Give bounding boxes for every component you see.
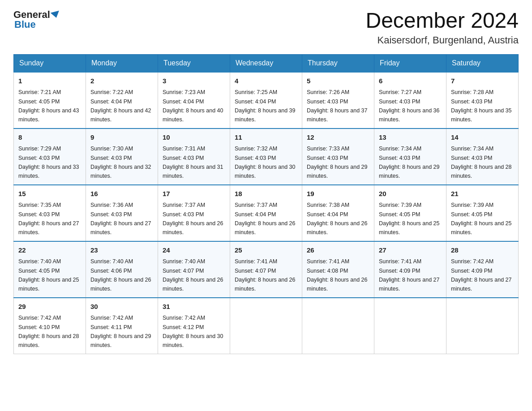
- day-info: Sunrise: 7:37 AMSunset: 4:04 PMDaylight:…: [235, 202, 296, 235]
- day-number: 14: [451, 133, 514, 143]
- calendar-cell: 4 Sunrise: 7:25 AMSunset: 4:04 PMDayligh…: [230, 72, 302, 128]
- day-number: 22: [18, 245, 81, 256]
- week-row-2: 8 Sunrise: 7:29 AMSunset: 4:03 PMDayligh…: [14, 128, 519, 185]
- week-row-4: 22 Sunrise: 7:40 AMSunset: 4:05 PMDaylig…: [14, 241, 519, 298]
- day-number: 19: [307, 189, 369, 199]
- day-number: 23: [90, 245, 153, 256]
- day-info: Sunrise: 7:22 AMSunset: 4:04 PMDaylight:…: [90, 89, 151, 123]
- calendar-cell: 5 Sunrise: 7:26 AMSunset: 4:03 PMDayligh…: [302, 72, 374, 128]
- calendar-cell: 13 Sunrise: 7:34 AMSunset: 4:03 PMDaylig…: [374, 128, 446, 185]
- calendar-cell: 26 Sunrise: 7:41 AMSunset: 4:08 PMDaylig…: [302, 241, 374, 298]
- week-row-3: 15 Sunrise: 7:35 AMSunset: 4:03 PMDaylig…: [14, 185, 519, 241]
- calendar-cell: 6 Sunrise: 7:27 AMSunset: 4:03 PMDayligh…: [374, 72, 446, 128]
- week-row-5: 29 Sunrise: 7:42 AMSunset: 4:10 PMDaylig…: [14, 298, 519, 354]
- day-info: Sunrise: 7:40 AMSunset: 4:06 PMDaylight:…: [90, 258, 151, 292]
- day-info: Sunrise: 7:40 AMSunset: 4:05 PMDaylight:…: [18, 258, 79, 292]
- day-number: 24: [163, 245, 225, 256]
- day-number: 25: [235, 245, 297, 256]
- week-row-1: 1 Sunrise: 7:21 AMSunset: 4:05 PMDayligh…: [14, 72, 519, 128]
- col-header-saturday: Saturday: [446, 54, 519, 72]
- day-info: Sunrise: 7:35 AMSunset: 4:03 PMDaylight:…: [18, 202, 79, 235]
- day-number: 20: [379, 189, 442, 199]
- calendar-cell: 19 Sunrise: 7:38 AMSunset: 4:04 PMDaylig…: [302, 185, 374, 241]
- month-title: December 2024: [365, 9, 519, 33]
- calendar-table: SundayMondayTuesdayWednesdayThursdayFrid…: [13, 54, 519, 354]
- day-info: Sunrise: 7:42 AMSunset: 4:11 PMDaylight:…: [90, 315, 151, 348]
- logo-blue-text: Blue: [13, 19, 36, 30]
- title-area: December 2024 Kaisersdorf, Burgenland, A…: [365, 9, 519, 46]
- day-number: 1: [18, 76, 81, 86]
- col-header-thursday: Thursday: [302, 54, 374, 72]
- day-info: Sunrise: 7:30 AMSunset: 4:03 PMDaylight:…: [90, 146, 151, 179]
- calendar-cell: 30 Sunrise: 7:42 AMSunset: 4:11 PMDaylig…: [86, 298, 158, 354]
- day-info: Sunrise: 7:40 AMSunset: 4:07 PMDaylight:…: [163, 258, 223, 292]
- day-number: 3: [163, 76, 225, 86]
- day-info: Sunrise: 7:41 AMSunset: 4:07 PMDaylight:…: [235, 258, 296, 292]
- day-number: 11: [235, 133, 297, 143]
- calendar-cell: 2 Sunrise: 7:22 AMSunset: 4:04 PMDayligh…: [86, 72, 158, 128]
- day-number: 29: [18, 302, 81, 312]
- day-info: Sunrise: 7:42 AMSunset: 4:10 PMDaylight:…: [18, 315, 79, 348]
- day-number: 4: [235, 76, 297, 86]
- calendar-cell: 22 Sunrise: 7:40 AMSunset: 4:05 PMDaylig…: [14, 241, 86, 298]
- day-info: Sunrise: 7:26 AMSunset: 4:03 PMDaylight:…: [307, 89, 368, 123]
- day-info: Sunrise: 7:39 AMSunset: 4:05 PMDaylight:…: [451, 202, 512, 235]
- day-number: 13: [379, 133, 442, 143]
- col-header-tuesday: Tuesday: [158, 54, 230, 72]
- col-header-sunday: Sunday: [14, 54, 86, 72]
- day-info: Sunrise: 7:41 AMSunset: 4:09 PMDaylight:…: [379, 258, 440, 292]
- calendar-cell: 7 Sunrise: 7:28 AMSunset: 4:03 PMDayligh…: [446, 72, 519, 128]
- day-info: Sunrise: 7:29 AMSunset: 4:03 PMDaylight:…: [18, 146, 79, 179]
- day-info: Sunrise: 7:36 AMSunset: 4:03 PMDaylight:…: [90, 202, 151, 235]
- day-number: 9: [90, 133, 153, 143]
- calendar-cell: [230, 298, 302, 354]
- day-number: 31: [163, 302, 225, 312]
- page-header: General Blue December 2024 Kaisersdorf, …: [13, 9, 519, 46]
- day-number: 8: [18, 133, 81, 143]
- calendar-cell: 3 Sunrise: 7:23 AMSunset: 4:04 PMDayligh…: [158, 72, 230, 128]
- calendar-cell: [446, 298, 519, 354]
- day-number: 2: [90, 76, 153, 86]
- day-number: 5: [307, 76, 369, 86]
- calendar-cell: [302, 298, 374, 354]
- day-number: 26: [307, 245, 369, 256]
- day-number: 7: [451, 76, 514, 86]
- day-info: Sunrise: 7:33 AMSunset: 4:03 PMDaylight:…: [307, 146, 368, 179]
- calendar-cell: 20 Sunrise: 7:39 AMSunset: 4:05 PMDaylig…: [374, 185, 446, 241]
- day-info: Sunrise: 7:34 AMSunset: 4:03 PMDaylight:…: [451, 146, 512, 179]
- day-info: Sunrise: 7:21 AMSunset: 4:05 PMDaylight:…: [18, 89, 79, 123]
- calendar-cell: 8 Sunrise: 7:29 AMSunset: 4:03 PMDayligh…: [14, 128, 86, 185]
- calendar-cell: 27 Sunrise: 7:41 AMSunset: 4:09 PMDaylig…: [374, 241, 446, 298]
- logo: General Blue: [13, 9, 61, 30]
- day-info: Sunrise: 7:37 AMSunset: 4:03 PMDaylight:…: [163, 202, 223, 235]
- day-number: 17: [163, 189, 225, 199]
- calendar-cell: 11 Sunrise: 7:32 AMSunset: 4:03 PMDaylig…: [230, 128, 302, 185]
- col-header-monday: Monday: [86, 54, 158, 72]
- calendar-cell: 25 Sunrise: 7:41 AMSunset: 4:07 PMDaylig…: [230, 241, 302, 298]
- logo-triangle-icon: [50, 11, 60, 19]
- day-info: Sunrise: 7:34 AMSunset: 4:03 PMDaylight:…: [379, 146, 440, 179]
- calendar-cell: 1 Sunrise: 7:21 AMSunset: 4:05 PMDayligh…: [14, 72, 86, 128]
- calendar-cell: 21 Sunrise: 7:39 AMSunset: 4:05 PMDaylig…: [446, 185, 519, 241]
- day-number: 16: [90, 189, 153, 199]
- day-number: 30: [90, 302, 153, 312]
- day-info: Sunrise: 7:42 AMSunset: 4:12 PMDaylight:…: [163, 315, 223, 348]
- day-info: Sunrise: 7:32 AMSunset: 4:03 PMDaylight:…: [235, 146, 296, 179]
- calendar-cell: 28 Sunrise: 7:42 AMSunset: 4:09 PMDaylig…: [446, 241, 519, 298]
- day-info: Sunrise: 7:31 AMSunset: 4:03 PMDaylight:…: [163, 146, 223, 179]
- location-subtitle: Kaisersdorf, Burgenland, Austria: [365, 34, 519, 46]
- day-number: 27: [379, 245, 442, 256]
- calendar-cell: 29 Sunrise: 7:42 AMSunset: 4:10 PMDaylig…: [14, 298, 86, 354]
- day-info: Sunrise: 7:38 AMSunset: 4:04 PMDaylight:…: [307, 202, 368, 235]
- day-number: 12: [307, 133, 369, 143]
- day-number: 28: [451, 245, 514, 256]
- calendar-cell: 14 Sunrise: 7:34 AMSunset: 4:03 PMDaylig…: [446, 128, 519, 185]
- calendar-cell: 15 Sunrise: 7:35 AMSunset: 4:03 PMDaylig…: [14, 185, 86, 241]
- calendar-cell: 17 Sunrise: 7:37 AMSunset: 4:03 PMDaylig…: [158, 185, 230, 241]
- calendar-cell: 10 Sunrise: 7:31 AMSunset: 4:03 PMDaylig…: [158, 128, 230, 185]
- day-info: Sunrise: 7:28 AMSunset: 4:03 PMDaylight:…: [451, 89, 512, 123]
- calendar-cell: 23 Sunrise: 7:40 AMSunset: 4:06 PMDaylig…: [86, 241, 158, 298]
- calendar-cell: 16 Sunrise: 7:36 AMSunset: 4:03 PMDaylig…: [86, 185, 158, 241]
- day-number: 10: [163, 133, 225, 143]
- calendar-cell: 24 Sunrise: 7:40 AMSunset: 4:07 PMDaylig…: [158, 241, 230, 298]
